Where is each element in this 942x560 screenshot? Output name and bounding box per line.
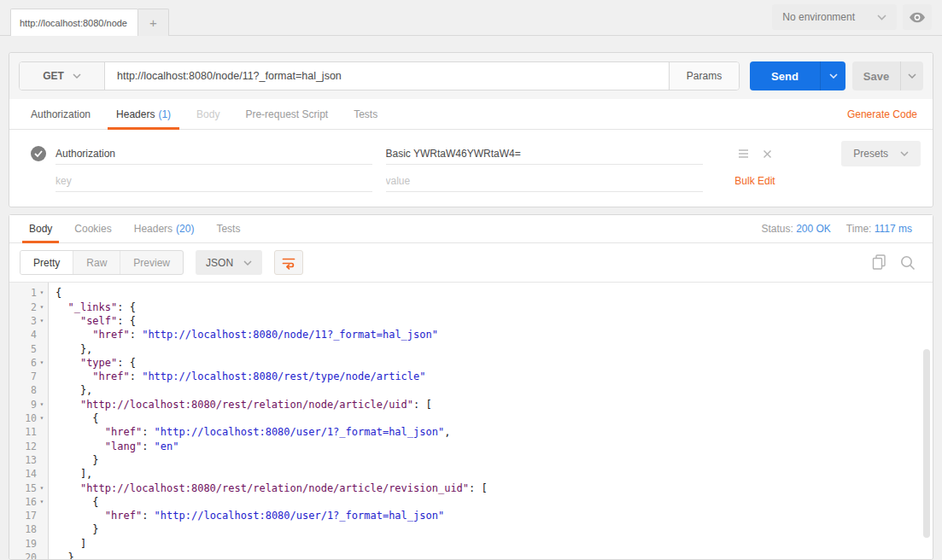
- header-row-checkbox[interactable]: [31, 146, 46, 161]
- code-line: "href": "http://localhost:8080/user/1?_f…: [56, 425, 933, 439]
- tab-count: (1): [158, 108, 171, 120]
- code-line: "href": "http://localhost:8080/node/11?_…: [56, 328, 933, 341]
- copy-response-icon[interactable]: [872, 254, 886, 271]
- open-request-tab[interactable]: http://localhost:8080/node: [10, 9, 138, 36]
- response-toolbar: Pretty Raw Preview JSON: [9, 243, 933, 282]
- code-line: "href": "http://localhost:8080/rest/type…: [56, 370, 933, 383]
- language-selector[interactable]: JSON: [196, 250, 262, 275]
- code-line: ]: [56, 537, 933, 551]
- chevron-down-icon: [829, 73, 838, 79]
- fold-toggle-icon: [37, 467, 47, 481]
- response-body-viewer: 1▾2▾3▾456▾789▾10▾1112131415▾16▾17181920 …: [9, 282, 933, 559]
- new-header-key-input[interactable]: [56, 170, 372, 192]
- fold-toggle-icon[interactable]: ▾: [37, 356, 47, 370]
- gutter-line: 14: [9, 467, 48, 481]
- language-selector-value: JSON: [206, 257, 233, 269]
- response-tab-cookies[interactable]: Cookies: [63, 215, 122, 242]
- new-tab-button[interactable]: +: [138, 9, 169, 36]
- view-mode-raw[interactable]: Raw: [73, 251, 120, 274]
- generate-code-link[interactable]: Generate Code: [847, 108, 917, 120]
- header-value-input[interactable]: [386, 143, 703, 165]
- fold-toggle-icon[interactable]: ▾: [37, 286, 47, 300]
- chevron-down-icon: [73, 73, 81, 79]
- fold-toggle-icon[interactable]: ▾: [37, 314, 47, 328]
- response-tab-body[interactable]: Body: [18, 215, 63, 242]
- gutter-line: 12: [9, 440, 48, 453]
- tab-tests[interactable]: Tests: [341, 99, 390, 129]
- tab-label: Headers: [116, 108, 155, 120]
- fold-toggle-icon[interactable]: ▾: [37, 481, 47, 495]
- code-line: },: [56, 383, 933, 397]
- request-tab-strip: http://localhost:8080/node + No environm…: [0, 0, 942, 36]
- header-key-input[interactable]: [56, 143, 372, 165]
- fold-toggle-icon: [37, 440, 47, 453]
- gutter-line: 7: [9, 370, 48, 383]
- gutter-line: 4: [9, 328, 48, 341]
- fold-toggle-icon[interactable]: ▾: [37, 398, 47, 411]
- response-tab-headers[interactable]: Headers (20): [123, 215, 206, 242]
- gutter-line: 2▾: [9, 300, 48, 314]
- bulk-edit-link[interactable]: Bulk Edit: [734, 175, 775, 187]
- response-tab-tests[interactable]: Tests: [205, 215, 251, 242]
- view-mode-pretty[interactable]: Pretty: [20, 251, 73, 274]
- check-icon: [33, 149, 44, 158]
- tab-body[interactable]: Body: [184, 99, 232, 129]
- method-selector[interactable]: GET: [20, 62, 105, 90]
- code-line: }: [56, 522, 933, 536]
- fold-toggle-icon: [37, 370, 47, 383]
- environment-quick-look-button[interactable]: [903, 4, 932, 30]
- gutter-line: 11: [9, 425, 48, 439]
- response-panel: Body Cookies Headers (20) Tests Status: …: [9, 214, 933, 560]
- code-line: "href": "http://localhost:8080/user/1?_f…: [56, 509, 933, 522]
- params-button[interactable]: Params: [669, 62, 739, 90]
- environment-selector[interactable]: No environment: [772, 4, 897, 30]
- remove-row-icon[interactable]: [763, 149, 772, 159]
- url-input[interactable]: [105, 62, 669, 90]
- row-drag-handle-icon[interactable]: [738, 149, 749, 158]
- fold-toggle-icon[interactable]: ▾: [37, 495, 47, 509]
- send-options-button[interactable]: [820, 61, 845, 90]
- gutter-line: 5: [9, 342, 48, 356]
- gutter-line: 8: [9, 383, 48, 397]
- tab-label: Body: [196, 108, 219, 120]
- code-line: "http://localhost:8080/rest/relation/nod…: [56, 398, 933, 411]
- wrap-text-button[interactable]: [274, 250, 303, 275]
- tab-pre-request-script[interactable]: Pre-request Script: [232, 99, 341, 129]
- code-line: {: [56, 411, 933, 425]
- gutter-line: 18: [9, 522, 48, 536]
- tab-label: Authorization: [31, 108, 91, 120]
- code-line: {: [56, 286, 933, 300]
- search-response-icon[interactable]: [900, 255, 916, 271]
- code-line: "lang": "en": [56, 440, 933, 453]
- response-tabs: Body Cookies Headers (20) Tests Status: …: [9, 215, 933, 243]
- fold-toggle-icon[interactable]: ▾: [37, 300, 47, 314]
- code-line: },: [56, 551, 933, 559]
- gutter-line: 10▾: [9, 411, 48, 425]
- view-mode-preview[interactable]: Preview: [120, 251, 183, 274]
- tab-label: Pre-request Script: [245, 108, 328, 120]
- tab-label: Tests: [216, 223, 240, 235]
- fold-toggle-icon[interactable]: ▾: [37, 411, 47, 425]
- response-scrollbar[interactable]: [923, 349, 930, 554]
- save-options-button[interactable]: [900, 61, 923, 90]
- status-badge: Status: 200 OK: [761, 223, 830, 235]
- eye-icon: [909, 12, 926, 23]
- new-header-value-input[interactable]: [386, 170, 703, 192]
- postman-app: http://localhost:8080/node + No environm…: [0, 0, 942, 560]
- fold-toggle-icon: [37, 551, 47, 559]
- presets-label: Presets: [853, 148, 888, 160]
- chevron-down-icon: [900, 151, 909, 156]
- url-group: GET Params: [19, 61, 740, 90]
- code-lines: { "_links": { "self": { "href": "http://…: [49, 283, 933, 559]
- tab-authorization[interactable]: Authorization: [18, 99, 103, 129]
- send-button[interactable]: Send: [750, 61, 820, 90]
- code-line: ],: [56, 467, 933, 481]
- fold-toggle-icon: [37, 328, 47, 341]
- headers-editor: Presets Bulk Edit: [9, 130, 933, 207]
- scrollbar-thumb[interactable]: [923, 349, 930, 537]
- tab-headers[interactable]: Headers (1): [103, 99, 184, 129]
- method-selector-value: GET: [43, 70, 64, 82]
- save-button[interactable]: Save: [852, 61, 900, 90]
- view-mode-switch: Pretty Raw Preview: [20, 250, 184, 275]
- presets-dropdown[interactable]: Presets: [841, 141, 921, 166]
